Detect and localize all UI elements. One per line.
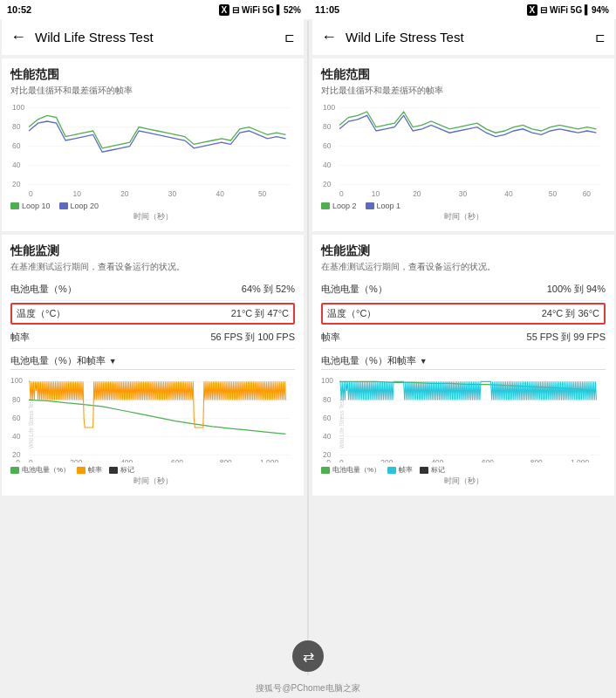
legend-dot-loop1 xyxy=(366,202,374,209)
back-button-right[interactable]: ← xyxy=(321,28,337,46)
legend-item-loop2: Loop 2 xyxy=(321,202,357,210)
svg-text:40: 40 xyxy=(12,432,21,441)
left-perf-monitor-subtitle: 在基准测试运行期间，查看设备运行的状况。 xyxy=(10,261,295,273)
svg-text:0: 0 xyxy=(326,458,331,462)
svg-text:100: 100 xyxy=(10,376,23,385)
legend-item-loop10: Loop 10 xyxy=(10,202,51,210)
swap-button[interactable]: ⇄ xyxy=(292,640,324,672)
left-perf-monitor-card: 性能监测 在基准测试运行期间，查看设备运行的状况。 电池电量（%） 64% 到 … xyxy=(2,235,304,496)
legend-fps-left-label: 帧率 xyxy=(88,465,102,475)
status-icons-text-left: ⊟ WiFi 5G ▍52% xyxy=(232,5,301,15)
status-icons-left: X ⊟ WiFi 5G ▍52% xyxy=(219,4,301,16)
time-left: 10:52 xyxy=(7,4,31,15)
back-button-left[interactable]: ← xyxy=(10,28,26,46)
left-bottom-x-label: 时间（秒） xyxy=(10,476,295,487)
right-app-title: Wild Life Stress Test xyxy=(346,30,586,44)
legend-fps-right-label: 帧率 xyxy=(399,465,413,475)
left-dropdown[interactable]: 电池电量（%）和帧率 ▼ xyxy=(10,349,295,370)
svg-text:30: 30 xyxy=(459,189,468,198)
left-range-legend: Loop 10 Loop 20 xyxy=(10,202,295,210)
legend-dot-loop20 xyxy=(59,202,68,209)
legend-fps-left: 帧率 xyxy=(77,465,102,475)
left-fps-row: 帧率 56 FPS 到 100 FPS xyxy=(10,326,295,349)
left-temp-value: 21°C 到 47°C xyxy=(231,307,289,320)
right-battery-value: 100% 到 94% xyxy=(547,283,606,296)
svg-text:20: 20 xyxy=(12,180,21,188)
svg-text:200: 200 xyxy=(70,458,82,462)
left-panel: ← Wild Life Stress Test ⊏ 性能范围 对比最佳循环和最差… xyxy=(2,19,304,677)
right-perf-monitor-subtitle: 在基准测试运行期间，查看设备运行的状况。 xyxy=(321,261,606,273)
right-range-legend: Loop 2 Loop 1 xyxy=(321,202,606,210)
left-perf-range-title: 性能范围 xyxy=(10,67,295,83)
right-dropdown[interactable]: 电池电量（%）和帧率 ▼ xyxy=(321,349,606,370)
legend-dot-mark-right xyxy=(420,467,428,474)
status-bar-left: 10:52 X ⊟ WiFi 5G ▍52% xyxy=(0,0,308,19)
svg-text:40: 40 xyxy=(323,161,332,169)
right-bottom-chart: 100 80 60 40 20 0 0 200 400 600 800 xyxy=(321,375,606,462)
legend-label-loop10: Loop 10 xyxy=(22,202,51,210)
svg-text:30: 30 xyxy=(168,189,177,198)
svg-text:50: 50 xyxy=(258,189,267,198)
left-temp-row: 温度（°C） 21°C 到 47°C xyxy=(10,303,295,325)
left-fps-label: 帧率 xyxy=(10,331,30,344)
svg-text:0: 0 xyxy=(339,189,344,198)
right-performance-range-card: 性能范围 对比最佳循环和最差循环的帧率 100 80 60 40 20 0 10… xyxy=(312,58,614,231)
legend-mark-right-label: 标记 xyxy=(431,465,445,475)
x-app-icon-left: X xyxy=(219,4,230,16)
right-range-chart: 100 80 60 40 20 0 10 20 30 40 50 60 xyxy=(321,102,606,198)
right-dropdown-arrow: ▼ xyxy=(420,357,428,366)
svg-text:10: 10 xyxy=(372,189,380,198)
legend-dot-battery-right xyxy=(321,467,330,474)
right-fps-row: 帧率 55 FPS 到 99 FPS xyxy=(321,326,606,349)
left-performance-range-card: 性能范围 对比最佳循环和最差循环的帧率 100 80 60 40 20 xyxy=(2,58,304,231)
left-battery-row: 电池电量（%） 64% 到 52% xyxy=(10,278,295,301)
svg-text:0: 0 xyxy=(16,458,20,462)
legend-item-loop1: Loop 1 xyxy=(366,202,401,210)
left-battery-value: 64% 到 52% xyxy=(242,283,295,296)
svg-text:100: 100 xyxy=(321,376,333,385)
legend-label-loop20: Loop 20 xyxy=(71,202,99,210)
status-icons-right: X ⊟ WiFi 5G ▍94% xyxy=(527,4,609,16)
svg-text:80: 80 xyxy=(12,395,21,404)
legend-item-loop20: Loop 20 xyxy=(59,202,99,210)
right-perf-range-title: 性能范围 xyxy=(321,67,606,83)
right-bottom-legend: 电池电量（%） 帧率 标记 xyxy=(321,465,606,475)
svg-text:400: 400 xyxy=(431,458,443,462)
legend-fps-right: 帧率 xyxy=(387,465,413,475)
main-content: ← Wild Life Stress Test ⊏ 性能范围 对比最佳循环和最差… xyxy=(0,19,616,679)
left-app-title: Wild Life Stress Test xyxy=(35,30,276,44)
right-fps-label: 帧率 xyxy=(321,331,340,344)
svg-text:60: 60 xyxy=(583,189,592,198)
legend-label-loop1: Loop 1 xyxy=(377,202,401,210)
right-battery-label: 电池电量（%） xyxy=(321,283,387,296)
share-button-left[interactable]: ⊏ xyxy=(284,31,295,44)
left-dropdown-arrow: ▼ xyxy=(109,357,117,366)
status-bar-row: 10:52 X ⊟ WiFi 5G ▍52% 11:05 X ⊟ WiFi 5G… xyxy=(0,0,616,19)
svg-text:80: 80 xyxy=(323,395,332,404)
legend-dot-loop2 xyxy=(321,202,330,209)
legend-mark-right: 标记 xyxy=(420,465,445,475)
left-dropdown-label: 电池电量（%）和帧率 xyxy=(10,354,106,367)
left-perf-monitor-title: 性能监测 xyxy=(10,243,295,259)
left-range-chart: 100 80 60 40 20 0 10 20 30 40 xyxy=(10,102,295,198)
svg-text:600: 600 xyxy=(482,458,494,462)
right-bottom-x-label: 时间（秒） xyxy=(321,476,606,487)
footer: 搜狐号@PChome电脑之家 xyxy=(0,679,616,698)
right-perf-monitor-card: 性能监测 在基准测试运行期间，查看设备运行的状况。 电池电量（%） 100% 到… xyxy=(312,235,614,496)
svg-text:800: 800 xyxy=(530,458,543,462)
legend-dot-fps-left xyxy=(77,467,86,474)
legend-battery-right-label: 电池电量（%） xyxy=(332,465,380,475)
left-app-header: ← Wild Life Stress Test ⊏ xyxy=(2,19,304,55)
right-temp-label: 温度（°C） xyxy=(327,307,376,320)
legend-dot-battery-left xyxy=(10,467,19,474)
right-perf-range-subtitle: 对比最佳循环和最差循环的帧率 xyxy=(321,85,606,97)
status-icons-text-right: ⊟ WiFi 5G ▍94% xyxy=(540,5,609,15)
legend-mark-left-label: 标记 xyxy=(120,465,134,475)
svg-text:60: 60 xyxy=(12,414,21,422)
svg-text:20: 20 xyxy=(120,189,129,198)
right-dropdown-label: 电池电量（%）和帧率 xyxy=(321,354,416,367)
share-button-right[interactable]: ⊏ xyxy=(595,31,606,44)
right-perf-monitor-title: 性能监测 xyxy=(321,243,606,259)
legend-battery-left: 电池电量（%） xyxy=(10,465,70,475)
svg-text:40: 40 xyxy=(323,432,332,441)
